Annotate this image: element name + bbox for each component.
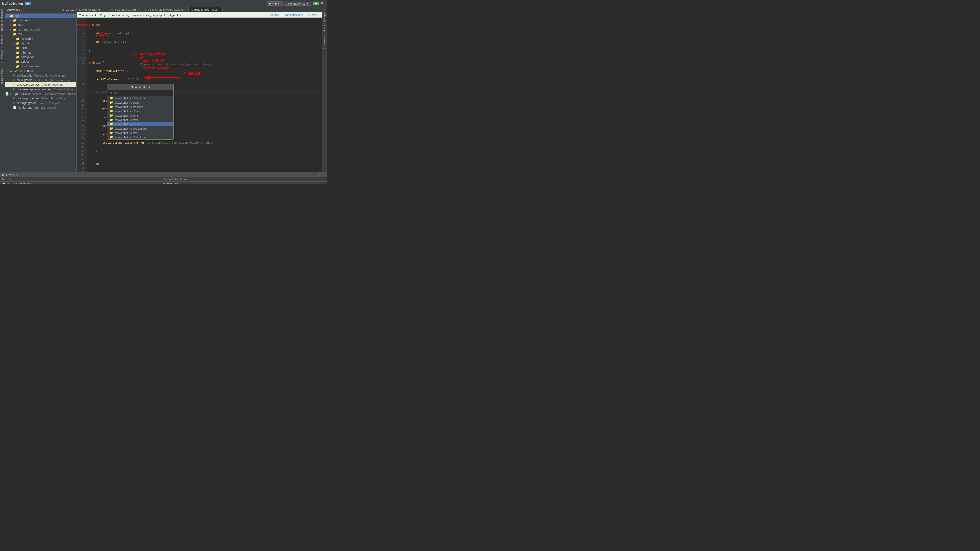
- folder-icon-rs: 📁: [110, 131, 113, 135]
- tab-label-main-activity: MainActivity.kt: [82, 8, 100, 11]
- build-variants-minimize-icon[interactable]: —: [322, 173, 325, 176]
- dir-suggestion-shaders1[interactable]: 📁 src/wechatType/shaders: [107, 96, 173, 100]
- search-icon[interactable]: 🔍: [321, 2, 325, 5]
- bv-cell-variant[interactable]: wechatType: [163, 183, 325, 184]
- bv-col-module: Module: [2, 178, 163, 181]
- tree-item-gradle-scripts[interactable]: ▾ ⚙ Gradle Scripts: [5, 68, 76, 73]
- dir-suggestion-aidl[interactable]: 📁 src/wechatType/aidl: [107, 100, 173, 105]
- tree-item-res[interactable]: ▾ 📁 res: [5, 32, 76, 37]
- dir-suggestion-ml[interactable]: 📁 src/wechatType/ml: [107, 118, 173, 122]
- build-variants-header: Build Variants ⚙ —: [0, 172, 327, 177]
- tree-item-local-properties[interactable]: 📄 local.properties (SDK Location): [5, 105, 76, 110]
- new-directory-popup: New Directory 📁 src/wechatType/shaders 📁…: [107, 84, 173, 140]
- new-directory-name-input[interactable]: [107, 90, 173, 96]
- minimize-icon[interactable]: —: [71, 8, 74, 12]
- title-bar: MyApplication app ▶ app ▼ Pixel 4a API 3…: [0, 0, 327, 7]
- code-container: 12345 678910 1112131415 1617181920 21222…: [76, 17, 321, 172]
- popup-title: New Directory: [107, 84, 173, 90]
- build-variants-panel: Build Variants ⚙ — Module Active Build V…: [0, 172, 327, 184]
- tab-label-manifest: AndroidManifest.xml: [111, 8, 137, 11]
- bv-cell-module: 📁 My_Application.app: [2, 182, 163, 184]
- tree-item-gradle-properties-project[interactable]: ⚙ gradle.properties (Project Properties): [5, 96, 76, 101]
- dir-label-shaders2: src/wechatType/shaders: [115, 136, 145, 139]
- tab-main-activity[interactable]: K MainActivity.kt ×: [76, 7, 105, 12]
- tab-build-gradle-project[interactable]: G build.gradle (My Application) ×: [142, 7, 189, 12]
- build-variants-settings-icon[interactable]: ⚙: [318, 173, 320, 176]
- sidebar-tab-favorites[interactable]: ☆ Favorites: [0, 48, 5, 66]
- tree-item-app[interactable]: ▾ 📁 app: [5, 14, 76, 18]
- tree-item-menu[interactable]: ▸ 📁 menu: [5, 46, 76, 50]
- folder-icon-java: 📁: [110, 110, 113, 113]
- build-variants-row[interactable]: 📁 My_Application.app wechatType: [0, 182, 327, 184]
- folder-icon-assets: 📁: [110, 105, 113, 108]
- build-variants-column-headers: Module Active Build Variant: [0, 177, 327, 182]
- dir-suggestion-res[interactable]: 📁 src/wechatType/res: [107, 122, 173, 126]
- dir-label-shaders1: src/wechatType/shaders: [115, 97, 145, 100]
- tree-item-manifests[interactable]: ▸ 📁 manifests: [5, 18, 76, 23]
- tree-item-gradle-properties-global[interactable]: ⚙ gradle.properties (Global Properties): [5, 83, 76, 87]
- run-button[interactable]: ▶: [313, 2, 319, 5]
- tree-item-mipmap[interactable]: ▸ 📁 mipmap: [5, 50, 76, 55]
- module-icon: 📁: [2, 182, 6, 184]
- folder-icon-res: 📁: [110, 122, 113, 126]
- sidebar-tab-device-file-explorer[interactable]: Device File Explorer: [322, 7, 326, 34]
- tab-close-main-activity[interactable]: ×: [101, 8, 103, 11]
- dir-label-res: src/wechatType/res: [115, 123, 139, 126]
- build-variants-table: Module Active Build Variant 📁 My_Applica…: [0, 177, 327, 184]
- tree-item-values[interactable]: ▸ 📁 values: [5, 59, 76, 64]
- file-tree-panel: Android ▾ ⇅ ⚙ — ▾ 📁 app ▸ 📁 manifests: [5, 7, 76, 172]
- tree-item-navigation[interactable]: ▸ 📁 navigation: [5, 55, 76, 59]
- dir-label-assets: src/wechatType/assets: [115, 105, 143, 108]
- tree-item-res-generated[interactable]: 📁 res (generated): [5, 64, 76, 68]
- folder-icon-shaders2: 📁: [110, 135, 113, 139]
- tab-close-build-gradle-project[interactable]: ×: [184, 8, 186, 11]
- folder-icon-ml: 📁: [110, 118, 113, 121]
- tree-item-drawable[interactable]: ▸ 📁 drawable: [5, 37, 76, 41]
- dir-suggestion-resources[interactable]: 📁 src/wechatType/resources: [107, 126, 173, 130]
- dir-suggestion-shaders2[interactable]: 📁 src/wechatType/shaders: [107, 135, 173, 139]
- dir-suggestion-java[interactable]: 📁 src/wechatType/java: [107, 109, 173, 113]
- kt-file-icon: K: [79, 8, 81, 11]
- hide-notification-link[interactable]: Hide notification: [283, 13, 304, 17]
- file-tree-body: ▾ 📁 app ▸ 📁 manifests ▸ 📁 java ▸: [5, 14, 76, 172]
- tree-item-build-gradle-module[interactable]: ⚙ build.gradle (Module: My_Application.a…: [5, 78, 76, 83]
- tab-build-gradle-app[interactable]: G build.gradle (:app) ×: [189, 7, 223, 12]
- tree-item-build-gradle-project[interactable]: ⚙ build.gradle (Project: My_Application): [5, 73, 76, 78]
- tab-label-build-gradle-app: build.gradle (:app): [194, 8, 217, 11]
- app-title: MyApplication: [2, 2, 23, 5]
- tree-item-layout[interactable]: ▸ 📁 layout: [5, 41, 76, 46]
- tree-item-java[interactable]: ▸ 📁 java: [5, 23, 76, 27]
- tab-label-build-gradle-project: build.gradle (My Application): [148, 8, 183, 11]
- dir-suggestion-jni[interactable]: 📁 src/wechatType/jni: [107, 113, 173, 118]
- tab-close-build-gradle-app[interactable]: ×: [218, 8, 220, 11]
- build-variants-title: Build Variants: [2, 173, 19, 176]
- bv-module-name: My_Application.app: [6, 183, 31, 184]
- tab-android-manifest[interactable]: X AndroidManifest.xml ×: [105, 7, 142, 12]
- tree-item-gradle-wrapper[interactable]: ⚙ gradle-wrapper.properties (Gradle Vers…: [5, 87, 76, 92]
- dir-suggestion-rs[interactable]: 📁 src/wechatType/rs: [107, 130, 173, 135]
- dir-label-java: src/wechatType/java: [115, 110, 140, 113]
- tree-item-java-generated[interactable]: ▸ 📁 java (generated): [5, 27, 76, 32]
- tree-item-settings-gradle[interactable]: ⚙ settings.gradle (Project Settings): [5, 101, 76, 105]
- balance-icon[interactable]: ⇅: [61, 8, 64, 12]
- line-numbers: 12345 678910 1112131415 1617181920 21222…: [76, 17, 87, 172]
- sidebar-tab-structure[interactable]: Structure: [0, 33, 5, 48]
- dir-label-aidl: src/wechatType/aidl: [115, 101, 139, 104]
- dir-suggestion-assets[interactable]: 📁 src/wechatType/assets: [107, 105, 173, 109]
- device-profile-selector[interactable]: Pixel 4a API 30 ▼: [284, 2, 311, 6]
- directory-suggestions-list: 📁 src/wechatType/shaders 📁 src/wechatTyp…: [107, 96, 173, 139]
- sidebar-tab-emulator[interactable]: Emulator: [322, 34, 326, 49]
- tree-item-proguard[interactable]: 📄 proguard-rules.pro (ProGuard Rules for…: [5, 92, 76, 96]
- open-project-structure-link[interactable]: Open (⌘;): [267, 13, 280, 17]
- tab-close-manifest[interactable]: ×: [138, 8, 139, 11]
- android-dropdown[interactable]: Android ▾: [7, 8, 20, 12]
- editor-area: K MainActivity.kt × X AndroidManifest.xm…: [76, 7, 321, 172]
- folder-icon-shaders1: 📁: [110, 97, 113, 100]
- sidebar-tab-resource-manager[interactable]: Resource Manager: [0, 7, 5, 33]
- settings-icon[interactable]: ⚙: [66, 8, 69, 12]
- sidebar-tab-build-variants[interactable]: Build Variants: [0, 66, 5, 86]
- folder-icon-jni: 📁: [110, 114, 113, 117]
- gradle-file-icon1: G: [145, 8, 146, 11]
- device-selector[interactable]: ▶ app ▼: [267, 1, 283, 6]
- notification-text: You can use the Project Structure dialog…: [79, 14, 182, 17]
